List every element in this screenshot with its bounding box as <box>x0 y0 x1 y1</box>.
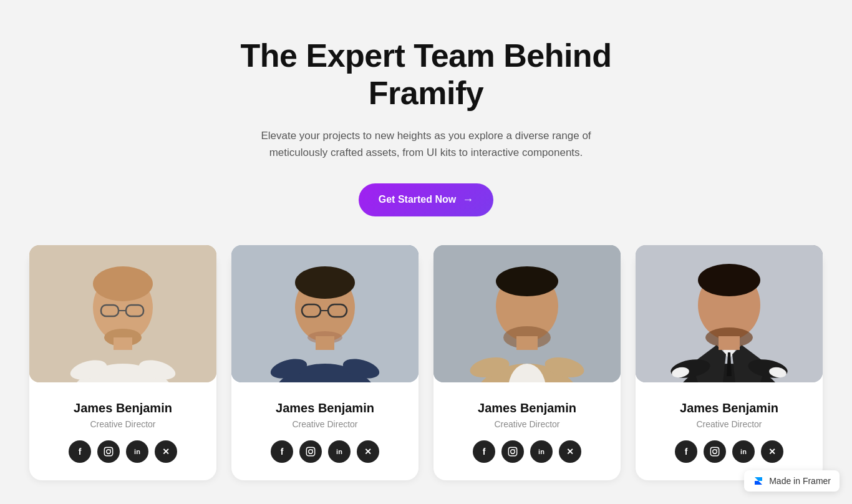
linkedin-icon-3[interactable]: in <box>530 440 553 463</box>
instagram-icon-1[interactable] <box>97 440 120 463</box>
team-name-4: James Benjamin <box>680 401 778 415</box>
x-twitter-icon-1[interactable]: ✕ <box>155 440 177 463</box>
instagram-icon-4[interactable] <box>704 440 726 463</box>
page-wrapper: The Expert Team Behind Framify Elevate y… <box>0 0 852 504</box>
team-role-1: Creative Director <box>90 419 155 429</box>
arrow-icon: → <box>462 193 473 206</box>
svg-point-19 <box>295 266 355 299</box>
social-icons-1: f in ✕ <box>69 440 177 463</box>
team-grid: James Benjamin Creative Director f in ✕ <box>29 251 823 480</box>
facebook-icon-1[interactable]: f <box>69 440 91 463</box>
svg-point-26 <box>309 450 313 454</box>
team-photo-1 <box>29 245 216 382</box>
team-photo-3 <box>433 245 621 382</box>
team-card-2: James Benjamin Creative Director f in ✕ <box>231 251 419 480</box>
person-illustration-3 <box>433 245 621 382</box>
facebook-icon-3[interactable]: f <box>473 440 495 463</box>
instagram-icon-2[interactable] <box>299 440 322 463</box>
team-photo-2 <box>231 245 419 382</box>
svg-point-5 <box>93 266 153 301</box>
linkedin-icon-4[interactable]: in <box>732 440 755 463</box>
instagram-icon-3[interactable] <box>501 440 524 463</box>
svg-rect-37 <box>508 447 516 455</box>
svg-point-39 <box>515 449 515 450</box>
x-twitter-icon-2[interactable]: ✕ <box>357 440 379 463</box>
team-photo-4 <box>636 245 823 382</box>
person-illustration-2 <box>231 245 419 382</box>
x-twitter-icon-4[interactable]: ✕ <box>761 440 783 463</box>
team-name-1: James Benjamin <box>74 401 172 415</box>
svg-point-34 <box>496 266 558 296</box>
social-icons-4: f in ✕ <box>675 440 783 463</box>
framer-badge-label: Made in Framer <box>769 476 831 486</box>
svg-rect-24 <box>316 336 334 350</box>
cta-label: Get Started Now <box>379 194 456 205</box>
linkedin-icon-2[interactable]: in <box>328 440 351 463</box>
team-role-4: Creative Director <box>696 419 762 429</box>
team-card-3: James Benjamin Creative Director f in ✕ <box>433 251 621 480</box>
x-twitter-icon-3[interactable]: ✕ <box>559 440 581 463</box>
person-illustration-1 <box>29 245 216 382</box>
svg-rect-54 <box>710 447 719 455</box>
svg-point-27 <box>312 449 313 450</box>
team-role-3: Creative Director <box>494 419 559 429</box>
svg-rect-11 <box>104 447 112 455</box>
svg-point-56 <box>717 449 717 450</box>
svg-point-12 <box>107 450 111 454</box>
person-illustration-4 <box>636 245 823 382</box>
team-name-2: James Benjamin <box>276 401 374 415</box>
svg-rect-10 <box>114 337 132 350</box>
svg-point-51 <box>698 264 760 296</box>
framer-logo-icon <box>753 475 764 487</box>
facebook-icon-2[interactable]: f <box>271 440 293 463</box>
svg-point-38 <box>511 450 515 454</box>
svg-rect-36 <box>516 336 538 350</box>
svg-point-13 <box>110 449 111 450</box>
team-role-2: Creative Director <box>292 419 357 429</box>
page-title: The Expert Team Behind Framify <box>189 37 663 112</box>
svg-point-55 <box>713 450 717 454</box>
team-name-3: James Benjamin <box>478 401 576 415</box>
svg-rect-25 <box>306 447 314 455</box>
team-card: James Benjamin Creative Director f in ✕ <box>29 251 216 480</box>
team-card-4: James Benjamin Creative Director f in ✕ <box>636 251 823 480</box>
svg-rect-53 <box>719 336 740 350</box>
cta-button[interactable]: Get Started Now → <box>359 183 493 216</box>
hero-section: The Expert Team Behind Framify Elevate y… <box>189 37 663 216</box>
social-icons-3: f in ✕ <box>473 440 581 463</box>
linkedin-icon-1[interactable]: in <box>126 440 148 463</box>
hero-subtitle: Elevate your projects to new heights as … <box>189 127 663 161</box>
social-icons-2: f in ✕ <box>271 440 379 463</box>
framer-badge: Made in Framer <box>744 470 840 492</box>
facebook-icon-4[interactable]: f <box>675 440 697 463</box>
